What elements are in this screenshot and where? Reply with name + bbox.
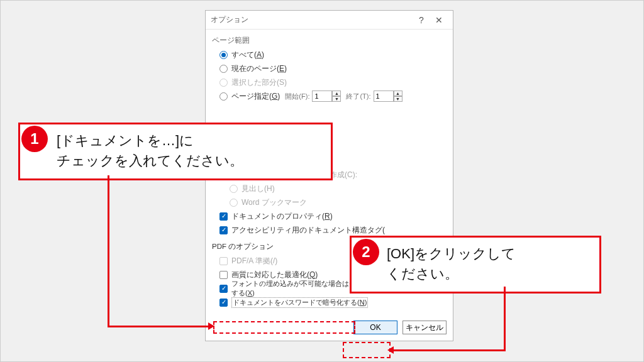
start-label: 開始(F): bbox=[285, 92, 309, 101]
help-button[interactable]: ? bbox=[413, 15, 430, 25]
radio-word-bookmark: Word ブックマーク bbox=[230, 195, 447, 209]
checkbox-icon bbox=[219, 226, 228, 234]
callout-1-line1: [ドキュメントを…]に bbox=[57, 131, 321, 151]
spin-down-icon[interactable]: ▼ bbox=[394, 96, 402, 102]
cancel-button[interactable]: キャンセル bbox=[402, 321, 447, 334]
callout-2: [OK]をクリックして ください。 bbox=[350, 236, 601, 293]
checkbox-icon bbox=[219, 285, 228, 293]
radio-icon bbox=[219, 92, 228, 101]
callout-1-number: 1 bbox=[21, 126, 48, 152]
checkbox-icon bbox=[219, 257, 228, 265]
start-input[interactable] bbox=[312, 90, 332, 102]
dialog-title: オプション bbox=[211, 14, 413, 25]
titlebar: オプション ? ✕ bbox=[206, 11, 453, 30]
button-bar: OK キャンセル bbox=[206, 315, 453, 341]
radio-selection: 選択した部分(S) bbox=[219, 75, 447, 89]
radio-icon bbox=[230, 199, 238, 207]
callout-2-number: 2 bbox=[353, 239, 379, 265]
radio-all[interactable]: すべて(A) bbox=[219, 48, 447, 62]
ok-button[interactable]: OK bbox=[353, 321, 397, 334]
arrow-line bbox=[108, 326, 208, 327]
arrow-line bbox=[504, 287, 506, 351]
spin-down-icon[interactable]: ▼ bbox=[332, 96, 341, 102]
radio-icon bbox=[219, 79, 228, 87]
radio-icon bbox=[230, 185, 238, 193]
end-input[interactable] bbox=[374, 90, 394, 102]
callout-1: [ドキュメントを…]に チェックを入れてください。 bbox=[18, 123, 333, 180]
callout-1-line2: チェックを入れてください。 bbox=[57, 151, 321, 171]
radio-icon bbox=[219, 51, 228, 59]
arrow-line bbox=[394, 349, 506, 351]
radio-page-range[interactable]: ページ指定(G) 開始(F): ▲▼ 終了(T): ▲▼ bbox=[219, 89, 447, 103]
group-page-range: ページ範囲 bbox=[212, 36, 447, 45]
radio-heading: 見出し(H) bbox=[230, 182, 447, 195]
radio-icon bbox=[219, 65, 228, 73]
end-spinner[interactable]: ▲▼ bbox=[374, 90, 402, 102]
spin-up-icon[interactable]: ▲ bbox=[394, 90, 402, 96]
checkbox-icon bbox=[219, 271, 228, 279]
checkbox-icon bbox=[219, 212, 228, 221]
arrow-head-icon bbox=[208, 322, 214, 330]
highlight-ok-button bbox=[343, 342, 391, 358]
start-spinner[interactable]: ▲▼ bbox=[312, 90, 341, 102]
arrow-head-icon bbox=[387, 346, 394, 354]
check-accessibility-tags[interactable]: アクセシビリティ用のドキュメント構造タグ( bbox=[219, 223, 447, 237]
end-label: 終了(T): bbox=[346, 92, 370, 101]
spin-up-icon[interactable]: ▲ bbox=[332, 90, 341, 96]
radio-current-page[interactable]: 現在のページ(E) bbox=[219, 62, 447, 75]
checkbox-icon bbox=[219, 299, 228, 307]
callout-2-line2: ください。 bbox=[387, 264, 589, 284]
callout-2-line1: [OK]をクリックして bbox=[387, 244, 589, 264]
check-doc-properties[interactable]: ドキュメントのプロパティ(R) bbox=[219, 209, 447, 223]
arrow-line bbox=[108, 175, 109, 327]
close-button[interactable]: ✕ bbox=[430, 15, 448, 25]
